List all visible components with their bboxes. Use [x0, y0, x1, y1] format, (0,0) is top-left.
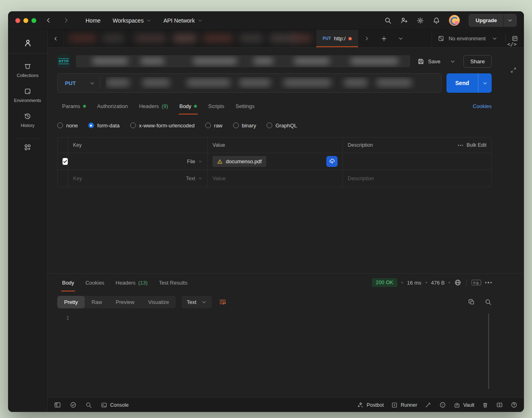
runner-button[interactable]: Runner: [391, 402, 417, 408]
radio-none[interactable]: none: [57, 123, 78, 129]
file-chip[interactable]: documenso.pdf: [213, 156, 266, 167]
minimize-window-button[interactable]: [23, 18, 28, 23]
user-avatar[interactable]: [449, 15, 460, 26]
divider: [100, 77, 100, 89]
description-cell[interactable]: Description: [343, 170, 491, 187]
scrollbar[interactable]: [488, 313, 489, 389]
help-icon[interactable]: [511, 401, 517, 408]
method-selector[interactable]: PUT: [58, 80, 100, 86]
radio-raw[interactable]: raw: [205, 123, 223, 129]
code-snippet-icon[interactable]: </>: [507, 41, 517, 47]
radio-form-data[interactable]: form-data: [88, 123, 120, 129]
sidebar-item-environments[interactable]: Environments: [8, 83, 47, 108]
forward-icon[interactable]: [63, 17, 69, 24]
response-tab-body[interactable]: Body: [57, 274, 79, 291]
view-raw[interactable]: Raw: [85, 296, 109, 308]
response-view-switcher: Pretty Raw Preview Visualize: [57, 296, 176, 308]
tab-headers[interactable]: Headers(9): [134, 98, 173, 114]
cookies-link[interactable]: Cookies: [473, 103, 492, 109]
type-select-file[interactable]: File: [187, 159, 202, 164]
scroll-tabs-right-icon[interactable]: [359, 30, 376, 47]
blurred-tabs[interactable]: [64, 30, 316, 47]
copy-icon[interactable]: [468, 299, 475, 306]
wrap-lines-icon[interactable]: [219, 298, 226, 306]
settings-gear-icon[interactable]: [417, 17, 424, 24]
view-preview[interactable]: Preview: [109, 296, 141, 308]
checkbox-cell[interactable]: [58, 170, 68, 187]
format-select[interactable]: Text: [182, 296, 212, 308]
capture-requests-icon[interactable]: [425, 401, 432, 408]
split-panes-icon[interactable]: [496, 401, 503, 408]
upgrade-button[interactable]: Upgrade: [469, 15, 503, 26]
search-icon[interactable]: [384, 17, 392, 24]
save-as-example-icon[interactable]: e.g.: [471, 280, 481, 285]
active-request-tab[interactable]: PUT http:/: [316, 30, 359, 47]
postbot-button[interactable]: Postbot: [357, 401, 384, 408]
share-button[interactable]: Share: [463, 55, 492, 68]
response-time[interactable]: 16 ms: [407, 280, 421, 286]
bulk-edit-button[interactable]: Bulk Edit: [458, 142, 486, 148]
blurred-request-name[interactable]: [76, 55, 410, 67]
environment-chevron-icon[interactable]: [490, 36, 500, 41]
sidebar-item-collections[interactable]: Collections: [8, 58, 47, 83]
send-button[interactable]: Send: [446, 73, 478, 93]
table-header-row: Key Value Description Bulk Edit: [58, 137, 491, 153]
back-icon[interactable]: [45, 17, 52, 24]
trash-icon[interactable]: [482, 402, 488, 408]
key-cell[interactable]: Key Text: [68, 170, 208, 187]
configure-sidebar-icon[interactable]: [24, 143, 31, 151]
tab-authorization[interactable]: Authorization: [92, 98, 133, 114]
key-cell[interactable]: File: [68, 153, 208, 170]
api-health-check-icon[interactable]: [70, 401, 77, 408]
toggle-sidebar-icon[interactable]: [54, 401, 61, 408]
scroll-tabs-left-icon[interactable]: [48, 30, 64, 47]
checkbox-checked[interactable]: [63, 158, 68, 165]
home-menu[interactable]: Home: [81, 15, 104, 26]
tab-settings[interactable]: Settings: [231, 98, 259, 114]
select-all-cell: [58, 137, 68, 153]
view-pretty[interactable]: Pretty: [57, 296, 85, 308]
response-tab-test-results[interactable]: Test Results: [154, 274, 192, 291]
more-options-icon: [458, 145, 463, 146]
status-badge[interactable]: 200 OK: [372, 278, 398, 287]
save-options-chevron-icon[interactable]: [448, 59, 458, 64]
maximize-window-button[interactable]: [31, 18, 36, 23]
environment-selector[interactable]: No environment: [449, 35, 486, 42]
network-globe-icon[interactable]: [454, 279, 461, 286]
type-select-text[interactable]: Text: [186, 176, 202, 181]
more-options-icon[interactable]: [485, 282, 492, 283]
value-cell[interactable]: Value: [208, 170, 343, 187]
response-size[interactable]: 476 B: [431, 280, 445, 286]
response-body-editor[interactable]: 1: [57, 311, 514, 397]
description-cell[interactable]: [343, 153, 491, 170]
tab-params[interactable]: Params: [57, 98, 91, 114]
upgrade-dropdown[interactable]: [503, 15, 516, 26]
view-visualize[interactable]: Visualize: [141, 296, 176, 308]
tab-scripts[interactable]: Scripts: [203, 98, 229, 114]
send-options-chevron[interactable]: [478, 73, 492, 93]
close-window-button[interactable]: [15, 18, 20, 23]
save-button[interactable]: Save: [416, 58, 442, 65]
account-icon[interactable]: [23, 35, 32, 53]
response-tab-cookies[interactable]: Cookies: [81, 274, 109, 291]
tab-options-chevron-icon[interactable]: [392, 30, 409, 47]
console-button[interactable]: Console: [101, 402, 129, 408]
workspaces-menu[interactable]: Workspaces: [108, 15, 155, 26]
radio-binary[interactable]: binary: [233, 123, 256, 129]
search-response-icon[interactable]: [485, 299, 492, 306]
cookies-icon[interactable]: [439, 401, 446, 408]
value-cell[interactable]: documenso.pdf: [208, 153, 343, 170]
blurred-url-input[interactable]: [106, 77, 436, 89]
invite-user-icon[interactable]: [401, 17, 408, 24]
upload-file-button[interactable]: [326, 156, 338, 167]
tab-body[interactable]: Body: [175, 98, 202, 114]
api-network-menu[interactable]: API Network: [159, 15, 207, 26]
notifications-bell-icon[interactable]: [433, 17, 440, 24]
vault-button[interactable]: Vault: [454, 402, 474, 408]
sidebar-item-history[interactable]: History: [8, 108, 47, 133]
radio-graphql[interactable]: GraphQL: [267, 123, 297, 129]
response-tab-headers[interactable]: Headers(13): [111, 274, 152, 291]
new-tab-button[interactable]: [376, 30, 392, 47]
find-icon[interactable]: [86, 402, 92, 408]
radio-x-www-form-urlencoded[interactable]: x-www-form-urlencoded: [130, 123, 195, 129]
